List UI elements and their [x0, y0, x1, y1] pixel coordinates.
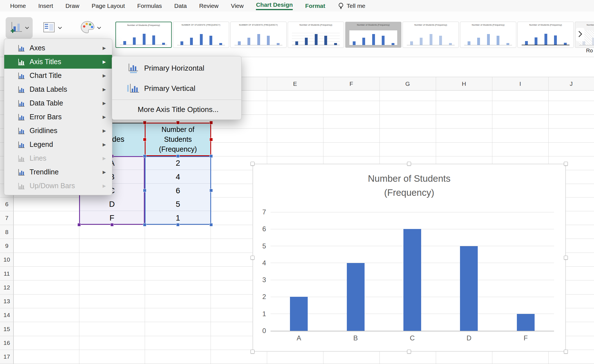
thumb-bar — [449, 43, 452, 45]
menu-tab-formulas[interactable]: Formulas — [137, 0, 162, 12]
chart-bar[interactable] — [290, 297, 308, 331]
submenu-expand-icon: ▶ — [102, 59, 106, 64]
menu-item-trendline[interactable]: Trendline▶ — [4, 165, 112, 179]
column-header-F[interactable]: F — [323, 77, 379, 91]
chart-resize-handle[interactable] — [564, 162, 568, 166]
submenu-expand-icon: ▶ — [102, 128, 106, 133]
menu-item-axis-titles[interactable]: Axis Titles▶ — [4, 55, 112, 69]
add-chart-element-button[interactable] — [6, 17, 33, 39]
chart-bar[interactable] — [347, 263, 365, 331]
grade-cell[interactable]: F — [79, 211, 145, 225]
excel-window: HomeInsertDrawPage LayoutFormulasDataRev… — [0, 0, 594, 364]
value-cell[interactable]: 4 — [145, 170, 211, 184]
menu-bar: HomeInsertDrawPage LayoutFormulasDataRev… — [0, 0, 594, 12]
row-header-6[interactable]: 6 — [0, 197, 14, 211]
chart-style-thumb-title: Number of Students (Frequency) — [173, 22, 229, 29]
chart-style-thumb-title: Number of Students (Frequency) — [345, 22, 401, 29]
menu-tab-review[interactable]: Review — [199, 0, 218, 12]
quick-layout-button[interactable] — [38, 17, 66, 39]
thumb-bar — [334, 43, 337, 45]
chart-style-tile-2[interactable]: Number of Students (Frequency) — [173, 22, 229, 48]
row-header-16[interactable]: 16 — [0, 336, 14, 350]
column-header-J[interactable]: J — [548, 77, 594, 91]
chart-style-tile-7[interactable]: Number of Students (Frequency) — [460, 22, 516, 48]
chart-resize-handle[interactable] — [564, 350, 568, 354]
column-header-H[interactable]: H — [436, 77, 492, 91]
menu-tab-data[interactable]: Data — [174, 0, 187, 12]
chart-style-tile-4[interactable]: Number of Students (Frequency) — [288, 22, 344, 48]
row-header-12[interactable]: 12 — [0, 280, 14, 294]
chart-style-tile-1[interactable]: Number of Students (Frequency) — [115, 22, 172, 48]
menu-item-chart-title[interactable]: Chart Title▶ — [4, 69, 112, 82]
row-header-8[interactable]: 8 — [0, 225, 14, 239]
value-cell[interactable]: 5 — [145, 197, 211, 211]
chart-bar[interactable] — [460, 246, 478, 331]
chart-plot: 01234567ABCDF — [271, 212, 554, 331]
thumb-bar — [152, 35, 155, 45]
row-header-11[interactable]: 11 — [0, 267, 14, 280]
value-cell[interactable]: 1 — [145, 211, 211, 225]
column-header-I[interactable]: I — [492, 77, 548, 91]
menu-item-primary-horizontal[interactable]: Primary Horizontal — [112, 58, 241, 78]
row-header-13[interactable]: 13 — [0, 294, 14, 308]
thumb-bar — [257, 34, 260, 45]
menu-item-gridlines[interactable]: Gridlines▶ — [4, 124, 112, 138]
chart[interactable]: Number of Students (Frequency) 01234567A… — [253, 164, 566, 352]
y-axis-label: 3 — [253, 276, 266, 284]
chart-title[interactable]: Number of Students (Frequency) — [253, 172, 565, 200]
chart-style-tile-8[interactable]: Number of Students (Frequency) — [517, 22, 574, 48]
menu-tab-draw[interactable]: Draw — [66, 0, 79, 12]
row-header-9[interactable]: 9 — [0, 239, 14, 253]
data-table-icon — [17, 99, 26, 107]
menu-tab-home[interactable]: Home — [10, 0, 26, 12]
chart-resize-handle[interactable] — [251, 350, 254, 354]
thumb-bar — [219, 43, 222, 45]
change-colors-button[interactable] — [78, 17, 104, 39]
menu-item-error-bars[interactable]: Error Bars▶ — [4, 110, 112, 124]
x-axis-label: D — [441, 334, 497, 342]
menu-item-data-table[interactable]: Data Table▶ — [4, 96, 112, 110]
chart-bar[interactable] — [403, 229, 421, 331]
menu-item-more-axis-title-options[interactable]: More Axis Title Options... — [112, 101, 241, 118]
chevron-down-icon — [58, 25, 62, 30]
chart-style-tile-5[interactable]: Number of Students (Frequency) — [345, 22, 401, 48]
gallery-next-button[interactable] — [576, 28, 584, 41]
menu-tab-tell-me[interactable]: Tell me — [338, 0, 365, 12]
chart-style-tile-3[interactable]: Number of Students (Frequency) — [230, 22, 287, 48]
chart-resize-handle[interactable] — [564, 256, 568, 260]
menu-tab-label: Draw — [66, 3, 79, 9]
row-header-10[interactable]: 10 — [0, 253, 14, 266]
menu-tab-format[interactable]: Format — [305, 0, 325, 12]
menu-item-legend[interactable]: Legend▶ — [4, 138, 112, 151]
grade-cell[interactable]: D — [79, 197, 145, 211]
axes-icon — [17, 44, 26, 52]
menu-item-data-labels[interactable]: Data Labels▶ — [4, 82, 112, 96]
menu-tab-view[interactable]: View — [231, 0, 244, 12]
menu-item-lines[interactable]: Lines▶ — [4, 151, 112, 165]
row-header-15[interactable]: 15 — [0, 322, 14, 336]
lines-icon — [17, 154, 26, 163]
chart-resize-handle[interactable] — [407, 350, 411, 354]
row-header-14[interactable]: 14 — [0, 308, 14, 322]
value-cell[interactable]: 2 — [145, 156, 211, 170]
row-header-7[interactable]: 7 — [0, 211, 14, 225]
row-header-17[interactable]: 17 — [0, 350, 14, 363]
chart-style-tile-6[interactable]: Number of Students (Frequency) — [403, 22, 459, 48]
menu-tab-chart-design[interactable]: Chart Design — [256, 0, 293, 12]
column-header-E[interactable]: E — [267, 77, 323, 91]
value-cell[interactable]: 6 — [145, 184, 211, 197]
menu-item-up-down-bars[interactable]: Up/Down Bars▶ — [4, 179, 112, 193]
chart-resize-handle[interactable] — [251, 162, 254, 166]
frequency-header-cell[interactable]: Number of Students (Frequency) — [145, 123, 211, 156]
menu-tab-page-layout[interactable]: Page Layout — [92, 0, 125, 12]
menu-item-label: Gridlines — [30, 127, 99, 135]
chart-resize-handle[interactable] — [407, 162, 411, 166]
y-axis-label: 4 — [253, 259, 266, 267]
thumb-bar — [468, 41, 470, 45]
menu-item-axes[interactable]: Axes▶ — [4, 41, 112, 55]
menu-item-primary-vertical[interactable]: Primary Vertical — [112, 78, 241, 98]
column-header-G[interactable]: G — [379, 77, 436, 91]
chart-bar[interactable] — [517, 314, 535, 331]
menu-tab-insert[interactable]: Insert — [38, 0, 53, 12]
chart-resize-handle[interactable] — [251, 256, 254, 260]
